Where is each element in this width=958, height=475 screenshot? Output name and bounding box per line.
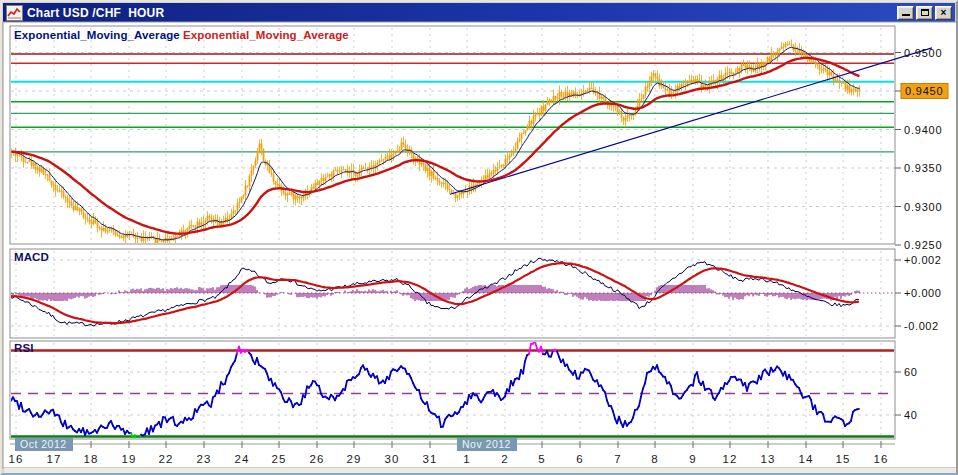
svg-text:6: 6 [576, 453, 583, 465]
svg-text:19: 19 [122, 453, 137, 465]
macd-panel-label: MACD [14, 251, 49, 263]
chart-canvas[interactable]: 0.95000.94500.94000.93500.93000.92500.94… [2, 2, 958, 475]
svg-text:13: 13 [761, 453, 776, 465]
svg-text:12: 12 [723, 453, 738, 465]
svg-text:18: 18 [84, 453, 99, 465]
svg-text:30: 30 [385, 453, 400, 465]
main-panel[interactable] [10, 26, 895, 244]
svg-text:Nov 2012: Nov 2012 [462, 438, 511, 450]
svg-text:60: 60 [904, 366, 917, 378]
svg-text:23: 23 [197, 453, 212, 465]
svg-text:29: 29 [347, 453, 362, 465]
svg-text:17: 17 [47, 453, 62, 465]
svg-text:+0.000: +0.000 [904, 287, 942, 299]
svg-text:0.9350: 0.9350 [904, 162, 942, 174]
svg-text:9: 9 [689, 453, 696, 465]
svg-text:16: 16 [9, 453, 24, 465]
svg-text:7: 7 [614, 453, 621, 465]
svg-text:40: 40 [904, 409, 917, 421]
ema-label-1: Exponential_Moving_Average [14, 29, 180, 41]
ema-label-2: Exponential_Moving_Average [183, 29, 349, 41]
svg-text:-0.002: -0.002 [904, 320, 939, 332]
rsi-panel[interactable] [10, 341, 895, 439]
svg-text:+0.002: +0.002 [904, 254, 942, 266]
svg-text:0.9400: 0.9400 [904, 124, 942, 136]
indicator-labels: Exponential_Moving_Average Exponential_M… [14, 29, 349, 41]
svg-text:5: 5 [538, 453, 545, 465]
svg-text:31: 31 [423, 453, 438, 465]
svg-text:0.9300: 0.9300 [904, 201, 942, 213]
svg-text:Oct 2012: Oct 2012 [20, 438, 67, 450]
svg-text:25: 25 [272, 453, 287, 465]
svg-text:0.9500: 0.9500 [904, 47, 942, 59]
svg-text:15: 15 [836, 453, 851, 465]
svg-text:26: 26 [310, 453, 325, 465]
chart-window: Chart USD /CHF HOUR × 0.95000.94500.9400… [0, 0, 958, 475]
svg-text:16: 16 [874, 453, 889, 465]
svg-text:22: 22 [159, 453, 174, 465]
svg-text:2: 2 [501, 453, 508, 465]
svg-text:14: 14 [799, 453, 814, 465]
svg-text:24: 24 [235, 453, 250, 465]
svg-text:0.9450: 0.9450 [905, 85, 943, 97]
svg-text:0.9250: 0.9250 [904, 239, 942, 251]
rsi-panel-label: RSI [14, 342, 33, 354]
svg-text:8: 8 [651, 453, 658, 465]
bottom-strip [4, 468, 958, 475]
svg-text:1: 1 [463, 453, 470, 465]
